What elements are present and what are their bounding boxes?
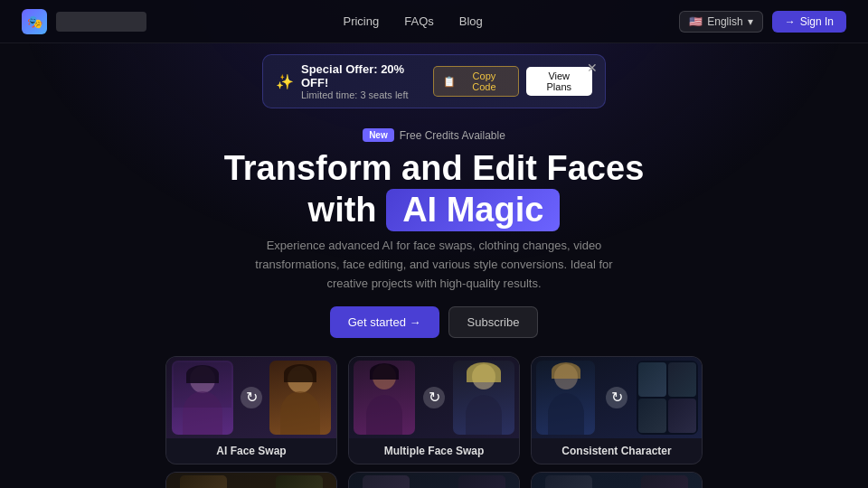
copy-icon: 📋 — [443, 76, 456, 88]
logo-text — [56, 12, 146, 32]
hero-title-line2: with — [308, 191, 377, 229]
banner-left: ✨ Special Offer: 20% OFF! Limited time: … — [276, 62, 433, 100]
view-plans-label: View Plans — [546, 70, 571, 92]
get-started-label: Get started → — [348, 315, 421, 329]
get-started-button[interactable]: Get started → — [330, 306, 439, 338]
ai-face-swap-label: AI Face Swap — [166, 438, 336, 464]
multiple-face-swap-card[interactable]: ↻ Multiple Face Swap — [348, 356, 520, 465]
view-plans-button[interactable]: View Plans — [526, 67, 593, 96]
bottom-card-3[interactable]: ↻ — [531, 472, 703, 488]
bottom-card-2[interactable]: ↻ — [348, 472, 520, 488]
bottom-cards-section: ↻ ↻ ↻ — [0, 465, 868, 488]
copy-code-button[interactable]: 📋 Copy Code — [433, 66, 518, 97]
navbar: 🎭 Pricing FAQs Blog 🇺🇸 English ▾ → Sign … — [0, 0, 868, 43]
consistent-arrow-icon: ↻ — [606, 387, 627, 408]
banner-wrapper: ✨ Special Offer: 20% OFF! Limited time: … — [0, 43, 868, 119]
consistent-character-card[interactable]: ↻ Consistent Character — [531, 356, 703, 465]
lang-label: English — [707, 15, 742, 28]
star-icon: ✨ — [276, 73, 294, 90]
bottom-card-2-image: ↻ — [349, 473, 519, 488]
nav-left: 🎭 — [22, 9, 146, 34]
hero-subtitle: Experience advanced AI for face swaps, c… — [235, 237, 633, 293]
chevron-down-icon: ▾ — [748, 15, 753, 28]
ai-face-swap-card[interactable]: ↻ AI Face Swap — [165, 356, 337, 465]
banner-title: Special Offer: 20% OFF! — [301, 62, 433, 89]
sign-in-label: Sign In — [800, 15, 834, 28]
swap-arrow-icon: ↻ — [241, 387, 262, 408]
cards-section: ↻ AI Face Swap ↻ — [0, 356, 868, 465]
ai-face-swap-image: ↻ — [166, 357, 336, 438]
multiple-swap-arrow-icon: ↻ — [423, 387, 445, 408]
multiple-face-swap-image: ↻ — [349, 357, 519, 438]
copy-code-label: Copy Code — [459, 70, 508, 92]
subscribe-label: Subscribe — [467, 315, 520, 329]
hero-section: New Free Credits Available Transform and… — [0, 119, 868, 356]
blog-link[interactable]: Blog — [459, 14, 483, 28]
subscribe-button[interactable]: Subscribe — [448, 306, 539, 338]
flag-icon: 🇺🇸 — [689, 15, 703, 28]
hero-title-highlight: AI Magic — [386, 189, 560, 232]
free-credits-text: Free Credits Available — [400, 129, 505, 142]
banner-subtitle: Limited time: 3 seats left — [301, 89, 433, 100]
sign-in-button[interactable]: → Sign In — [772, 11, 846, 33]
pricing-link[interactable]: Pricing — [343, 14, 379, 28]
logo-icon: 🎭 — [22, 9, 47, 34]
badge-row: New Free Credits Available — [18, 128, 850, 142]
banner-actions: 📋 Copy Code View Plans — [433, 66, 592, 97]
consistent-character-image: ↻ — [532, 357, 702, 438]
hero-title-line1: Transform and Edit Faces — [224, 149, 645, 187]
bottom-card-3-image: ↻ — [532, 473, 702, 488]
signin-icon: → — [785, 15, 796, 28]
nav-center: Pricing FAQs Blog — [343, 14, 482, 28]
hero-title: Transform and Edit Faces with AI Magic — [18, 149, 850, 231]
bottom-card-1[interactable]: ↻ — [165, 472, 337, 488]
banner-text: Special Offer: 20% OFF! Limited time: 3 … — [301, 62, 433, 100]
faqs-link[interactable]: FAQs — [404, 14, 434, 28]
consistent-character-label: Consistent Character — [532, 438, 702, 464]
new-badge: New — [363, 128, 394, 142]
multiple-face-swap-label: Multiple Face Swap — [349, 438, 519, 464]
close-banner-button[interactable]: ✕ — [587, 61, 598, 75]
bottom-card-1-image: ↻ — [166, 473, 336, 488]
nav-right: 🇺🇸 English ▾ → Sign In — [679, 11, 846, 33]
promo-banner: ✨ Special Offer: 20% OFF! Limited time: … — [262, 54, 606, 108]
hero-buttons: Get started → Subscribe — [18, 306, 850, 338]
language-selector[interactable]: 🇺🇸 English ▾ — [679, 11, 762, 33]
